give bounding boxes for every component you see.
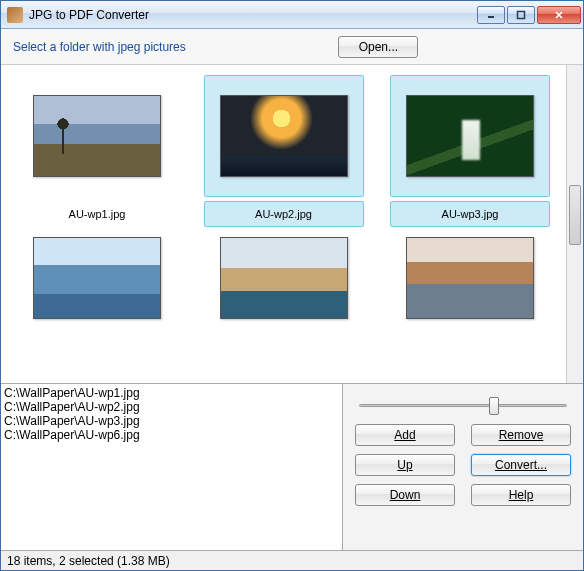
app-window: JPG to PDF Converter Select a folder wit… bbox=[0, 0, 584, 571]
folder-prompt: Select a folder with jpeg pictures bbox=[13, 40, 186, 54]
thumbnail-caption: AU-wp1.jpg bbox=[69, 208, 126, 220]
thumbnail-item[interactable] bbox=[204, 233, 364, 323]
maximize-button[interactable] bbox=[507, 6, 535, 24]
control-panel: Add Remove Up Convert... Down Help bbox=[343, 384, 583, 550]
gallery-scrollbar[interactable] bbox=[566, 65, 583, 383]
add-button[interactable]: Add bbox=[355, 424, 455, 446]
slider-thumb[interactable] bbox=[489, 397, 499, 415]
thumbnail-item[interactable]: AU-wp2.jpg bbox=[204, 75, 364, 227]
close-button[interactable] bbox=[537, 6, 581, 24]
window-buttons bbox=[477, 6, 583, 24]
window-title: JPG to PDF Converter bbox=[29, 8, 477, 22]
thumbnail-image bbox=[220, 95, 348, 177]
thumbnail-item[interactable]: AU-wp1.jpg bbox=[17, 75, 177, 227]
toolbar: Select a folder with jpeg pictures Open.… bbox=[1, 29, 583, 65]
convert-button[interactable]: Convert... bbox=[471, 454, 571, 476]
status-text: 18 items, 2 selected (1.38 MB) bbox=[7, 554, 170, 568]
thumbnail-gallery[interactable]: AU-wp1.jpg AU-wp2.jpg AU-wp3.jpg bbox=[1, 65, 566, 383]
slider-track bbox=[359, 404, 567, 407]
thumbnail-image bbox=[406, 95, 534, 177]
minimize-button[interactable] bbox=[477, 6, 505, 24]
app-icon bbox=[7, 7, 23, 23]
open-button[interactable]: Open... bbox=[338, 36, 418, 58]
status-bar: 18 items, 2 selected (1.38 MB) bbox=[1, 550, 583, 570]
scrollbar-thumb[interactable] bbox=[569, 185, 581, 245]
titlebar[interactable]: JPG to PDF Converter bbox=[1, 1, 583, 29]
thumbnail-image bbox=[406, 237, 534, 319]
list-item[interactable]: C:\WallPaper\AU-wp3.jpg bbox=[4, 414, 342, 428]
thumbnail-image bbox=[33, 237, 161, 319]
thumbnail-item[interactable]: AU-wp3.jpg bbox=[390, 75, 550, 227]
list-item[interactable]: C:\WallPaper\AU-wp2.jpg bbox=[4, 400, 342, 414]
up-button[interactable]: Up bbox=[355, 454, 455, 476]
list-item[interactable]: C:\WallPaper\AU-wp6.jpg bbox=[4, 428, 342, 442]
thumbnail-image bbox=[33, 95, 161, 177]
thumbnail-item[interactable] bbox=[390, 233, 550, 323]
bottom-panel: C:\WallPaper\AU-wp1.jpg C:\WallPaper\AU-… bbox=[1, 384, 583, 550]
remove-button[interactable]: Remove bbox=[471, 424, 571, 446]
thumbnail-caption: AU-wp2.jpg bbox=[255, 208, 312, 220]
help-button[interactable]: Help bbox=[471, 484, 571, 506]
thumbnail-image bbox=[220, 237, 348, 319]
down-button[interactable]: Down bbox=[355, 484, 455, 506]
list-item[interactable]: C:\WallPaper\AU-wp1.jpg bbox=[4, 386, 342, 400]
gallery-area: AU-wp1.jpg AU-wp2.jpg AU-wp3.jpg bbox=[1, 65, 583, 384]
thumbnail-item[interactable] bbox=[17, 233, 177, 323]
zoom-slider[interactable] bbox=[355, 392, 571, 416]
svg-rect-1 bbox=[518, 11, 525, 18]
thumbnail-caption: AU-wp3.jpg bbox=[442, 208, 499, 220]
file-list[interactable]: C:\WallPaper\AU-wp1.jpg C:\WallPaper\AU-… bbox=[1, 384, 343, 550]
